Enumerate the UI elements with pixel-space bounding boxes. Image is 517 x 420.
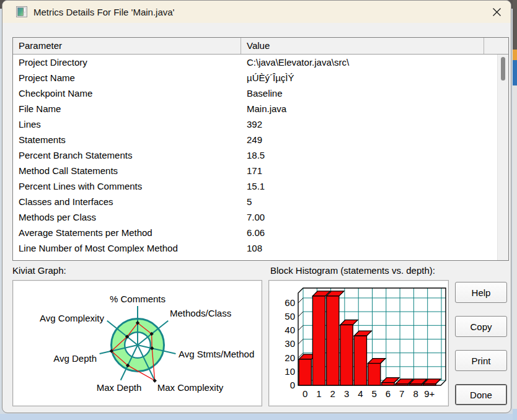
y-tick-label: 40	[285, 325, 295, 335]
table-row[interactable]: Lines392	[13, 116, 497, 132]
help-button[interactable]: Help	[455, 282, 507, 303]
backdrop-right-strip	[513, 0, 517, 420]
close-button[interactable]	[486, 2, 507, 21]
value-cell: 108	[241, 240, 262, 256]
value-cell: 15.1	[241, 178, 265, 194]
parameter-cell: Average Statements per Method	[13, 225, 241, 240]
table-row[interactable]: Percent Branch Statements18.5	[13, 147, 497, 163]
value-cell: µÚÈý´ÎµçÌÝ	[241, 70, 294, 85]
copy-button[interactable]: Copy	[455, 316, 507, 337]
screen: { "window": { "title": "Metrics Details …	[0, 0, 517, 420]
scrollbar-thumb[interactable]	[501, 57, 505, 81]
value-cell: Main.java	[241, 101, 286, 116]
value-cell: 392	[241, 116, 262, 132]
backdrop-right-blue	[513, 60, 517, 85]
table-row[interactable]: Project DirectoryC:\java\Elevator.java\s…	[13, 55, 497, 70]
parameter-cell: File Name	[13, 101, 241, 116]
parameter-cell: Method Call Statements	[13, 163, 241, 178]
value-cell: 171	[241, 163, 262, 178]
table-row[interactable]: Average Statements per Method6.06	[13, 225, 497, 240]
y-tick-label: 30	[285, 338, 295, 349]
column-header-parameter[interactable]: Parameter	[13, 38, 241, 54]
bar-top-face	[382, 378, 399, 383]
value-cell: 7.00	[241, 209, 265, 225]
y-tick-label: 10	[285, 366, 295, 377]
axis-hatch	[298, 312, 303, 317]
x-tick-label: 6	[386, 388, 391, 399]
kiviat-data-marker	[152, 378, 156, 382]
bar-front-face	[368, 364, 381, 385]
app-icon	[16, 6, 27, 17]
block-histogram-chart: 01020304050600123456789+	[269, 281, 448, 406]
y-tick-label: 60	[285, 297, 295, 308]
parameter-cell: Percent Lines with Comments	[13, 178, 241, 194]
y-tick-label: 20	[285, 352, 295, 363]
backdrop-right-dark	[513, 0, 517, 50]
bar-front-face	[354, 336, 366, 385]
bar-front-face	[312, 296, 325, 385]
x-tick-label: 3	[344, 388, 349, 399]
table-rows: Project DirectoryC:\java\Elevator.java\s…	[13, 55, 497, 260]
bar-top-face	[354, 331, 371, 336]
kiviat-axis-label: Avg Complexity	[40, 313, 104, 323]
value-cell: C:\java\Elevator.java\src\	[241, 55, 349, 70]
axis-hatch	[298, 339, 303, 344]
parameter-cell: Project Directory	[13, 55, 241, 70]
parameter-cell: Lines	[13, 116, 241, 132]
title-bar: Metrics Details For File 'Main.java'	[2, 1, 511, 23]
kiviat-axis-label: Methods/Class	[170, 308, 231, 318]
backdrop-right-bottom	[513, 409, 517, 420]
table-scrollbar[interactable]	[497, 55, 508, 260]
table-row[interactable]: File NameMain.java	[13, 101, 497, 116]
x-tick-label: 4	[358, 388, 363, 399]
bar-top-face	[340, 320, 358, 325]
table-row[interactable]: Statements249	[13, 132, 497, 147]
x-tick-label: 9+	[424, 388, 435, 399]
column-header-value[interactable]: Value	[241, 38, 484, 54]
bar-front-face	[395, 384, 408, 385]
value-cell: 6.06	[241, 225, 265, 240]
axis-hatch	[298, 325, 303, 330]
kiviat-axis-label: Avg Depth	[53, 353, 97, 364]
kiviat-axis-label: Max Complexity	[157, 382, 224, 393]
kiviat-axis-label: Max Depth	[97, 382, 142, 393]
table-row[interactable]: Project NameµÚÈý´ÎµçÌÝ	[13, 70, 497, 85]
parameter-cell: Percent Branch Statements	[13, 147, 241, 163]
bar-front-face	[340, 325, 353, 385]
kiviat-axis-label: % Comments	[110, 294, 166, 304]
table-row[interactable]: Methods per Class7.00	[13, 209, 497, 225]
window-title: Metrics Details For File 'Main.java'	[33, 7, 174, 17]
value-cell: 18.5	[241, 147, 265, 163]
table-row[interactable]: Line Number of Most Complex Method108	[13, 240, 497, 256]
kiviat-graph-panel: % CommentsMethods/ClassAvg Stmts/MethodM…	[12, 280, 262, 406]
backdrop-bottom-strip	[0, 414, 517, 420]
x-tick-label: 1	[316, 388, 321, 399]
kiviat-section-label: Kiviat Graph:	[12, 265, 66, 276]
kiviat-axis-label: Avg Stmts/Method	[179, 349, 254, 359]
table-row[interactable]: Checkpoint NameBaseline	[13, 85, 497, 101]
value-cell: 249	[241, 132, 262, 147]
close-icon	[492, 7, 502, 17]
x-tick-label: 5	[371, 388, 376, 399]
bar-front-face	[382, 383, 394, 385]
kiviat-radar-chart: % CommentsMethods/ClassAvg Stmts/MethodM…	[13, 281, 262, 406]
table-row[interactable]: Method Call Statements171	[13, 163, 497, 178]
x-tick-label: 0	[303, 388, 307, 399]
parameter-cell: Project Name	[13, 70, 241, 85]
table-row[interactable]: Classes and Interfaces5	[13, 194, 497, 209]
axis-hatch	[298, 298, 303, 303]
y-tick-label: 50	[285, 311, 295, 322]
x-tick-label: 7	[399, 388, 404, 399]
backdrop-right-orange	[513, 50, 517, 60]
bar-front-face	[423, 384, 436, 385]
print-button[interactable]: Print	[455, 350, 507, 371]
parameter-cell: Line Number of Most Complex Method	[13, 240, 241, 256]
metrics-table: Parameter Value Project DirectoryC:\java…	[12, 37, 509, 261]
histogram-section-label: Block Histogram (statements vs. depth):	[270, 265, 435, 276]
table-row[interactable]: Percent Lines with Comments15.1	[13, 178, 497, 194]
bar-top-face	[368, 359, 386, 364]
x-tick-label: 2	[330, 388, 335, 399]
value-cell: Baseline	[241, 85, 283, 101]
done-button[interactable]: Done	[455, 384, 507, 405]
parameter-cell: Checkpoint Name	[13, 85, 241, 101]
